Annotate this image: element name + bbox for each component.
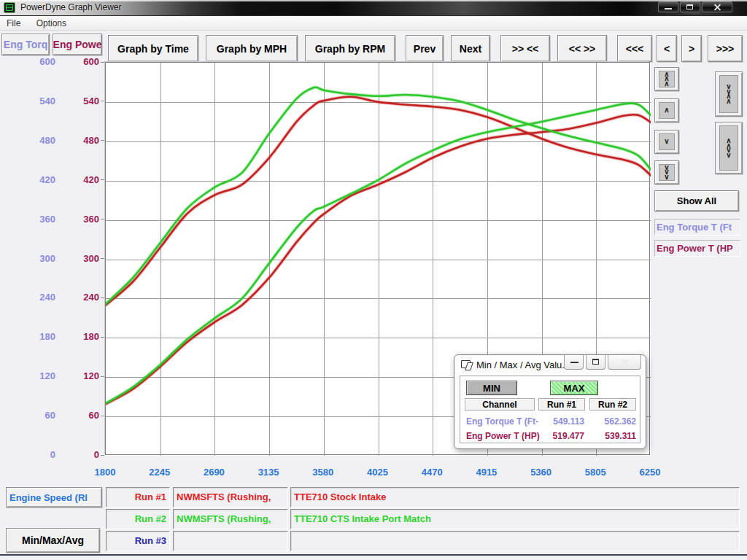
- run2-label-field[interactable]: Run #2: [106, 509, 170, 529]
- run2-name-field[interactable]: NWMSFTS (Rushing,: [173, 509, 288, 529]
- dialog-close-button[interactable]: [608, 355, 641, 370]
- scroll-up-fast-button[interactable]: ∧∧∧: [654, 67, 679, 91]
- torque-axis-tick-420: 420: [25, 174, 55, 185]
- legend-eng-torque[interactable]: Eng Torque T (Ft: [654, 219, 740, 236]
- toolbar-button-[interactable]: <<<: [617, 35, 652, 62]
- torque-axis-tick-240: 240: [25, 292, 55, 303]
- min-toggle-button[interactable]: MIN: [466, 381, 517, 395]
- scroll-up-fast-icon: ∧∧∧: [659, 71, 675, 88]
- rpm-axis-tick-3580: 3580: [301, 467, 345, 478]
- power-axis-tick-300: 300: [69, 253, 99, 264]
- power-axis-tick-360: 360: [69, 214, 99, 225]
- torque-axis-tick-60: 60: [25, 410, 55, 421]
- menu-options[interactable]: Options: [30, 17, 73, 30]
- zoom-out-vertical-button[interactable]: ∧∧∨∨: [715, 122, 743, 174]
- minmax-channel-power: Eng Power T (HP): [466, 431, 545, 441]
- app-window: PowerDyne Graph Viewer File Options Eng …: [0, 0, 747, 560]
- dialog-close-icon: [621, 359, 629, 367]
- menu-bar: File Options: [0, 17, 747, 31]
- toolbar-button-[interactable]: >> <<: [500, 35, 550, 62]
- toolbar-button-[interactable]: << >>: [557, 35, 607, 62]
- dialog-icon: [461, 360, 471, 368]
- curve-run-2-torque-tte710-cts-intake-port-match: [106, 88, 651, 304]
- maximize-icon: [686, 4, 693, 9]
- zoom-in-vertical-button[interactable]: ∨∨∧∧: [715, 71, 743, 117]
- run3-label-field[interactable]: Run #3: [106, 531, 170, 551]
- run2-description-field[interactable]: TTE710 CTS Intake Port Match: [290, 509, 740, 529]
- run3-name-field[interactable]: [173, 531, 288, 551]
- y-tick-mark: [101, 219, 104, 219]
- column-header-run1[interactable]: Run #1: [538, 398, 585, 411]
- rpm-axis-tick-1800: 1800: [83, 467, 127, 478]
- run1-description-field[interactable]: TTE710 Stock Intake: [290, 487, 740, 508]
- y-tick-mark: [101, 62, 104, 63]
- y-tick-mark: [101, 258, 104, 259]
- rpm-axis-tick-3135: 3135: [247, 467, 290, 478]
- toolbar-button-graph-by-rpm[interactable]: Graph by RPM: [305, 35, 395, 62]
- toolbar-button-graph-by-time[interactable]: Graph by Time: [108, 35, 198, 62]
- scroll-down-button[interactable]: ∨: [654, 130, 679, 154]
- torque-axis-tick-0: 0: [25, 449, 55, 460]
- minimize-button[interactable]: [658, 1, 678, 12]
- minmax-power-run2-value: 539.311: [592, 431, 636, 441]
- run1-label-field[interactable]: Run #1: [106, 487, 170, 508]
- torque-axis-tick-540: 540: [25, 96, 55, 106]
- tab-eng-torque[interactable]: Eng Torq: [1, 34, 50, 55]
- torque-axis-tick-180: 180: [25, 331, 55, 342]
- toolbar-button-prev[interactable]: Prev: [406, 35, 444, 62]
- toolbar-button-graph-by-mph[interactable]: Graph by MPH: [206, 35, 298, 62]
- menu-file[interactable]: File: [0, 17, 27, 30]
- power-axis-tick-240: 240: [69, 292, 99, 303]
- torque-axis-tick-120: 120: [25, 370, 55, 381]
- power-axis-tick-420: 420: [69, 174, 99, 185]
- run3-description-field[interactable]: [290, 531, 740, 551]
- power-axis-tick-0: 0: [69, 449, 99, 460]
- minmax-dialog-title: Min / Max / Avg Valu...: [476, 359, 570, 370]
- maximize-button[interactable]: [680, 1, 700, 12]
- torque-axis-tick-360: 360: [25, 214, 55, 225]
- rpm-axis-tick-2245: 2245: [138, 467, 182, 478]
- power-axis-tick-600: 600: [69, 56, 99, 67]
- toolbar-button-[interactable]: >>>: [708, 35, 743, 62]
- rpm-axis-tick-4025: 4025: [356, 467, 400, 478]
- rpm-axis-tick-5805: 5805: [573, 467, 617, 478]
- close-button[interactable]: [702, 1, 732, 12]
- column-header-channel[interactable]: Channel: [465, 398, 535, 411]
- column-header-run2[interactable]: Run #2: [589, 398, 636, 411]
- rpm-axis-tick-2690: 2690: [192, 467, 236, 478]
- tab-eng-power[interactable]: Eng Powe: [53, 34, 102, 55]
- toolbar-button-next[interactable]: Next: [451, 35, 490, 62]
- zoom-out-vertical-icon: ∧∧∨∨: [719, 125, 738, 171]
- power-axis-tick-540: 540: [69, 96, 99, 106]
- scroll-down-fast-icon: ∨∨∨: [659, 164, 675, 181]
- close-icon: [713, 3, 721, 11]
- toolbar-button-[interactable]: >: [681, 35, 702, 62]
- y-tick-mark: [101, 140, 104, 141]
- run1-name-field[interactable]: NWMSFTS (Rushing,: [173, 487, 288, 508]
- toolbar-button-[interactable]: <: [657, 35, 677, 62]
- x-axis-channel-button[interactable]: Engine Speed (Rl: [6, 487, 102, 508]
- legend-eng-power[interactable]: Eng Power T (HP: [654, 240, 740, 257]
- rpm-axis-tick-4915: 4915: [465, 467, 508, 478]
- title-bar[interactable]: PowerDyne Graph Viewer: [0, 0, 747, 16]
- app-icon: [4, 2, 15, 13]
- dialog-maximize-icon: [592, 359, 599, 365]
- y-tick-mark: [101, 179, 104, 180]
- torque-axis-tick-480: 480: [25, 135, 55, 146]
- power-axis-tick-180: 180: [69, 331, 99, 342]
- scroll-down-fast-button[interactable]: ∨∨∨: [654, 160, 679, 184]
- dialog-maximize-button[interactable]: [586, 355, 605, 370]
- torque-axis-tick-600: 600: [25, 56, 55, 67]
- window-title: PowerDyne Graph Viewer: [20, 2, 122, 12]
- minmax-torque-run2-value: 562.362: [592, 416, 636, 427]
- minmax-dialog-titlebar[interactable]: Min / Max / Avg Valu...: [454, 355, 646, 374]
- minmax-channel-torque: Eng Torque T (Ft-: [466, 416, 545, 427]
- rpm-axis-tick-6250: 6250: [628, 467, 672, 478]
- y-tick-mark: [101, 298, 104, 298]
- max-toggle-button[interactable]: MAX: [550, 381, 598, 395]
- minmax-avg-button[interactable]: Min/Max/Avg: [6, 528, 100, 553]
- show-all-button[interactable]: Show All: [654, 190, 739, 211]
- power-axis-tick-480: 480: [69, 135, 99, 146]
- scroll-up-button[interactable]: ∧: [654, 98, 679, 122]
- dialog-minimize-button[interactable]: [564, 355, 584, 370]
